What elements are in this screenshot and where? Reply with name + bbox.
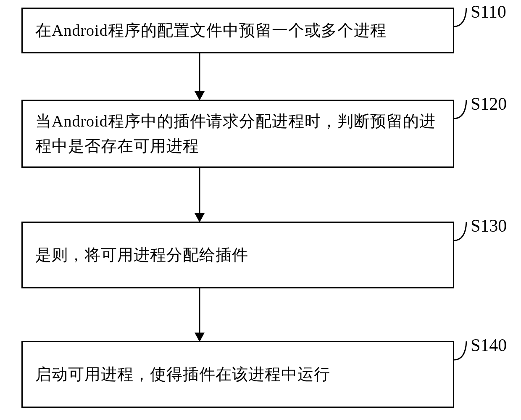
svg-marker-3 <box>195 213 205 222</box>
step-label-s120: S120 <box>471 94 507 114</box>
step-label-s110: S110 <box>471 2 506 22</box>
step-text: 启动可用进程，使得插件在该进程中运行 <box>35 362 330 387</box>
svg-marker-5 <box>195 333 205 342</box>
step-box-s140: 启动可用进程，使得插件在该进程中运行 <box>21 341 454 408</box>
arrow-s120-s130 <box>191 168 208 222</box>
step-text: 当Android程序中的插件请求分配进程时，判断预留的进程中是否存在可用进程 <box>35 109 440 158</box>
step-box-s110: 在Android程序的配置文件中预留一个或多个进程 <box>21 8 454 53</box>
flowchart-canvas: 在Android程序的配置文件中预留一个或多个进程 S110 当Android程… <box>0 0 521 420</box>
step-label-s140: S140 <box>471 335 507 355</box>
arrow-s110-s120 <box>191 53 208 100</box>
step-text: 是则，将可用进程分配给插件 <box>35 243 248 267</box>
svg-marker-1 <box>195 91 205 100</box>
arrow-s130-s140 <box>191 288 208 342</box>
step-box-s130: 是则，将可用进程分配给插件 <box>21 222 454 288</box>
step-box-s120: 当Android程序中的插件请求分配进程时，判断预留的进程中是否存在可用进程 <box>21 100 454 168</box>
step-label-s130: S130 <box>471 216 507 236</box>
step-text: 在Android程序的配置文件中预留一个或多个进程 <box>35 18 387 43</box>
